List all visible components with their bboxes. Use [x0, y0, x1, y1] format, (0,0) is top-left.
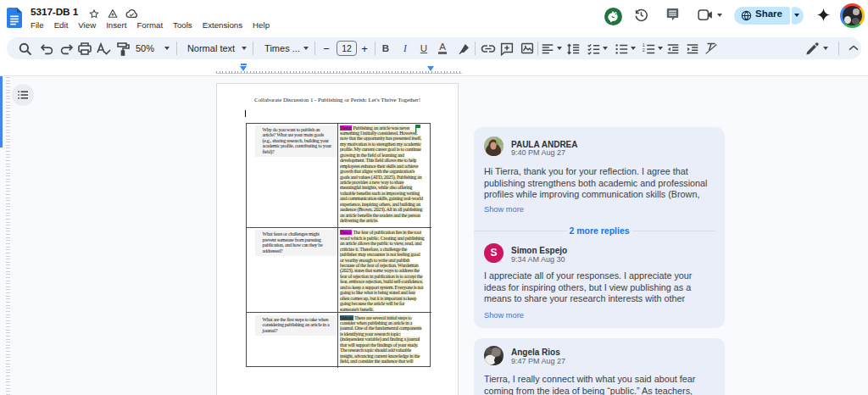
svg-text:2: 2 [643, 47, 645, 53]
